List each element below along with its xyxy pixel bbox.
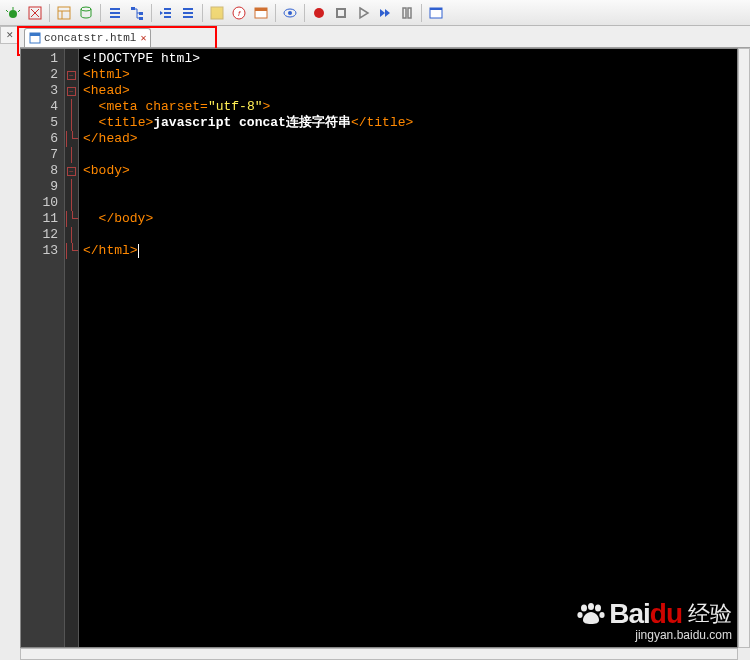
fold-cell[interactable] xyxy=(65,195,78,211)
stop-debug-icon[interactable] xyxy=(24,2,46,24)
fold-column[interactable]: −−− xyxy=(65,49,79,647)
eye-icon[interactable] xyxy=(279,2,301,24)
line-number: 11 xyxy=(25,211,58,227)
svg-marker-34 xyxy=(380,9,385,17)
vertical-scrollbar[interactable] xyxy=(738,48,750,648)
fold-cell[interactable] xyxy=(65,99,78,115)
db-icon[interactable] xyxy=(75,2,97,24)
play-icon[interactable] xyxy=(352,2,374,24)
pause-icon[interactable] xyxy=(396,2,418,24)
record-icon[interactable] xyxy=(308,2,330,24)
side-panel-close[interactable]: ✕ xyxy=(0,26,19,44)
layout-icon[interactable] xyxy=(53,2,75,24)
code-line[interactable]: <!DOCTYPE html> xyxy=(83,51,733,67)
line-number: 13 xyxy=(25,243,58,259)
line-number: 12 xyxy=(25,227,58,243)
tab-bar: concatstr.html ✕ xyxy=(20,26,750,48)
svg-point-30 xyxy=(288,11,292,15)
code-area[interactable]: <!DOCTYPE html><html><head> <meta charse… xyxy=(79,49,737,647)
line-number: 8 xyxy=(25,163,58,179)
fold-cell[interactable]: − xyxy=(65,163,78,179)
window-icon[interactable] xyxy=(425,2,447,24)
code-line[interactable] xyxy=(83,227,733,243)
panel-icon[interactable] xyxy=(250,2,272,24)
line-number: 5 xyxy=(25,115,58,131)
highlight-icon[interactable] xyxy=(206,2,228,24)
close-icon: ✕ xyxy=(6,30,14,40)
code-line[interactable]: <body> xyxy=(83,163,733,179)
horizontal-scrollbar[interactable] xyxy=(20,648,738,660)
toolbar-divider xyxy=(275,4,276,22)
bug-icon[interactable] xyxy=(2,2,24,24)
line-number: 4 xyxy=(25,99,58,115)
toolbar-divider xyxy=(304,4,305,22)
toolbar-divider xyxy=(49,4,50,22)
fold-cell[interactable] xyxy=(65,51,78,67)
line-number: 7 xyxy=(25,147,58,163)
svg-marker-35 xyxy=(385,9,390,17)
code-editor[interactable]: 12345678910111213 −−− <!DOCTYPE html><ht… xyxy=(20,48,738,648)
line-number: 3 xyxy=(25,83,58,99)
svg-rect-14 xyxy=(131,7,135,10)
code-line[interactable]: <meta charset="utf-8"> xyxy=(83,99,733,115)
svg-rect-32 xyxy=(337,9,345,17)
file-tab[interactable]: concatstr.html ✕ xyxy=(24,28,151,47)
svg-point-31 xyxy=(314,8,324,18)
fold-cell[interactable] xyxy=(65,243,78,259)
fast-forward-icon[interactable] xyxy=(374,2,396,24)
code-line[interactable]: </body> xyxy=(83,211,733,227)
svg-rect-36 xyxy=(403,8,406,18)
align-left-icon[interactable] xyxy=(104,2,126,24)
line-number: 6 xyxy=(25,131,58,147)
tree-icon[interactable] xyxy=(126,2,148,24)
line-number-gutter: 12345678910111213 xyxy=(21,49,65,647)
fold-cell[interactable] xyxy=(65,179,78,195)
svg-point-0 xyxy=(9,10,17,18)
svg-point-10 xyxy=(81,7,91,11)
code-line[interactable] xyxy=(83,179,733,195)
toolbar: f xyxy=(0,0,750,26)
list-icon[interactable] xyxy=(177,2,199,24)
toolbar-divider xyxy=(151,4,152,22)
svg-rect-37 xyxy=(408,8,411,18)
fold-cell[interactable] xyxy=(65,211,78,227)
toolbar-divider xyxy=(100,4,101,22)
line-number: 10 xyxy=(25,195,58,211)
fold-cell[interactable] xyxy=(65,115,78,131)
svg-rect-7 xyxy=(58,7,70,19)
svg-rect-16 xyxy=(139,17,143,20)
flash-icon[interactable]: f xyxy=(228,2,250,24)
fold-cell[interactable]: − xyxy=(65,67,78,83)
code-line[interactable]: </html> xyxy=(83,243,733,259)
line-number: 2 xyxy=(25,67,58,83)
file-icon xyxy=(29,32,41,44)
svg-line-3 xyxy=(18,10,20,12)
svg-line-2 xyxy=(6,10,8,12)
line-number: 9 xyxy=(25,179,58,195)
fold-cell[interactable] xyxy=(65,131,78,147)
svg-rect-41 xyxy=(30,33,40,36)
tab-close-icon[interactable]: ✕ xyxy=(140,32,146,44)
fold-cell[interactable] xyxy=(65,147,78,163)
code-line[interactable]: </head> xyxy=(83,131,733,147)
stop-icon[interactable] xyxy=(330,2,352,24)
tab-title: concatstr.html xyxy=(44,32,136,44)
toolbar-divider xyxy=(421,4,422,22)
svg-rect-28 xyxy=(255,8,267,11)
line-number: 1 xyxy=(25,51,58,67)
svg-rect-15 xyxy=(139,12,143,15)
code-line[interactable]: <title>javascript concat连接字符串</title> xyxy=(83,115,733,131)
svg-marker-33 xyxy=(360,8,368,18)
fold-cell[interactable]: − xyxy=(65,83,78,99)
code-line[interactable] xyxy=(83,195,733,211)
svg-marker-20 xyxy=(160,11,163,15)
svg-rect-39 xyxy=(430,8,442,10)
svg-rect-24 xyxy=(211,7,223,19)
list-indent-icon[interactable] xyxy=(155,2,177,24)
code-line[interactable]: <head> xyxy=(83,83,733,99)
code-line[interactable]: <html> xyxy=(83,67,733,83)
fold-cell[interactable] xyxy=(65,227,78,243)
code-line[interactable] xyxy=(83,147,733,163)
toolbar-divider xyxy=(202,4,203,22)
